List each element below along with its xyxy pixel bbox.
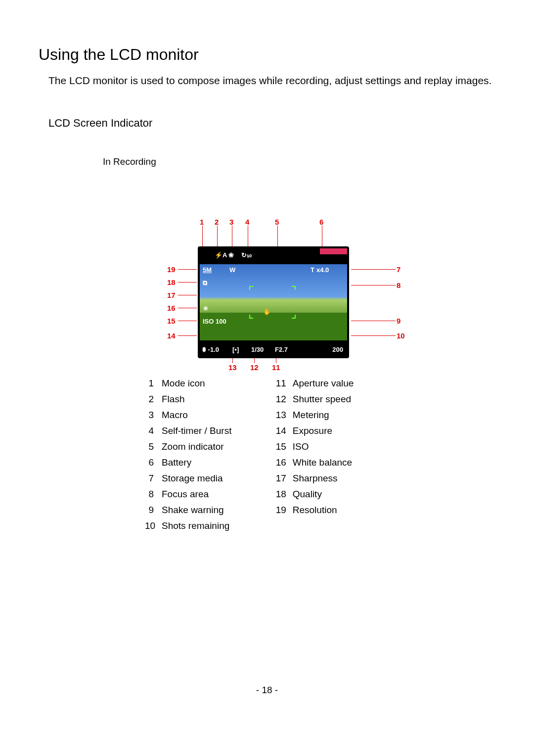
legend-text: Focus area (162, 489, 209, 500)
leader (178, 308, 197, 308)
focus-bracket (249, 286, 253, 290)
legend-row: 5Zoom indicator (145, 441, 231, 452)
leader (232, 226, 232, 248)
legend-number: 17 (276, 473, 293, 484)
shutter-speed: 1/30 (251, 346, 264, 353)
leader (178, 282, 197, 283)
legend-number: 3 (145, 410, 162, 421)
zoom-bar-fill (320, 248, 347, 254)
legend-number: 15 (276, 441, 293, 452)
focus-bracket (249, 315, 253, 319)
legend-text: Exposure (293, 425, 332, 436)
legend-number: 7 (145, 473, 162, 484)
legend-text: Macro (162, 410, 188, 421)
legend-row: 1Mode icon (145, 378, 231, 389)
focus-bracket (292, 315, 296, 319)
legend-text: Metering (293, 410, 329, 421)
callout-6: 6 (319, 218, 323, 226)
legend-row: 15ISO (276, 441, 354, 452)
callout-14: 14 (167, 331, 176, 340)
section-title: Using the LCD monitor (39, 46, 495, 64)
legend-text: ISO (293, 441, 309, 452)
callout-5: 5 (275, 218, 279, 226)
zoom-t-label: T (311, 266, 314, 274)
callout-11: 11 (272, 363, 280, 372)
legend-column-right: 11Aperture value12Shutter speed13Meterin… (276, 378, 354, 520)
legend-number: 14 (276, 425, 293, 436)
leader (351, 335, 396, 336)
callout-12: 12 (250, 363, 259, 372)
leader (202, 226, 203, 248)
legend-text: Quality (293, 489, 322, 500)
legend-table: 1Mode icon2Flash3Macro4Self-timer / Burs… (145, 378, 354, 536)
legend-row: 6Battery (145, 457, 231, 468)
callout-13: 13 (228, 363, 237, 372)
legend-number: 1 (145, 378, 162, 389)
lcd-bottom-bar (200, 340, 347, 356)
legend-row: 18Quality (276, 489, 354, 500)
legend-row: 17Sharpness (276, 473, 354, 484)
callout-19: 19 (167, 265, 176, 274)
callout-4: 4 (245, 218, 249, 226)
leader (248, 226, 248, 248)
legend-number: 6 (145, 457, 162, 468)
callout-18: 18 (167, 278, 176, 286)
legend-row: 7Storage media (145, 473, 231, 484)
legend-row: 8Focus area (145, 489, 231, 500)
legend-text: Storage media (162, 473, 223, 484)
leader (322, 226, 322, 248)
self-timer-icon: ↻₁₀ (241, 251, 252, 259)
legend-number: 16 (276, 457, 293, 468)
flash-icon: ⚡A (215, 251, 227, 259)
legend-text: Resolution (293, 505, 337, 516)
callout-8: 8 (397, 281, 400, 289)
callout-15: 15 (167, 317, 176, 325)
shots-remaining: 200 (332, 346, 343, 353)
legend-row: 13Metering (276, 410, 354, 421)
legend-row: 11Aperture value (276, 378, 354, 389)
zoom-value: x4.0 (316, 266, 329, 274)
callout-17: 17 (167, 291, 176, 299)
legend-number: 4 (145, 425, 162, 436)
legend-number: 12 (276, 394, 293, 405)
legend-row: 10Shots remaining (145, 520, 231, 531)
leader (178, 269, 197, 270)
callout-7: 7 (397, 265, 400, 274)
legend-row: 3Macro (145, 410, 231, 421)
legend-text: Battery (162, 457, 191, 468)
section-body: The LCD monitor is used to compose image… (48, 73, 495, 89)
callout-1: 1 (200, 218, 204, 226)
legend-row: 16White balance (276, 457, 354, 468)
lcd-diagram: 1 2 3 4 5 6 7 8 9 10 19 18 17 16 15 14 1… (167, 220, 409, 369)
page-number: - 18 - (0, 685, 534, 696)
legend-number: 19 (276, 505, 293, 516)
lcd-grass (200, 313, 347, 340)
legend-row: 9Shake warning (145, 505, 231, 516)
legend-text: Mode icon (162, 378, 205, 389)
legend-text: Shake warning (162, 505, 224, 516)
zoom-w-label: W (229, 266, 235, 274)
legend-row: 19Resolution (276, 505, 354, 516)
shake-warning-icon: ✋ (263, 308, 271, 315)
legend-number: 5 (145, 441, 162, 452)
leader (351, 285, 396, 285)
subsection-title: LCD Screen Indicator (48, 117, 495, 130)
legend-row: 12Shutter speed (276, 394, 354, 405)
legend-text: Aperture value (293, 378, 354, 389)
leader (217, 226, 218, 248)
legend-row: 14Exposure (276, 425, 354, 436)
callout-2: 2 (215, 218, 219, 226)
legend-text: Shutter speed (293, 394, 351, 405)
legend-column-left: 1Mode icon2Flash3Macro4Self-timer / Burs… (145, 378, 231, 536)
white-balance-icon: ☀ (203, 305, 209, 312)
legend-row: 4Self-timer / Burst (145, 425, 231, 436)
leader (351, 321, 396, 321)
metering-icon: [▪] (232, 346, 239, 353)
legend-number: 11 (276, 378, 293, 389)
legend-number: 18 (276, 489, 293, 500)
legend-text: Shots remaining (162, 520, 229, 531)
iso-icon: ISO 100 (203, 318, 226, 325)
legend-text: White balance (293, 457, 352, 468)
aperture-value: F2.7 (275, 346, 288, 353)
legend-number: 8 (145, 489, 162, 500)
